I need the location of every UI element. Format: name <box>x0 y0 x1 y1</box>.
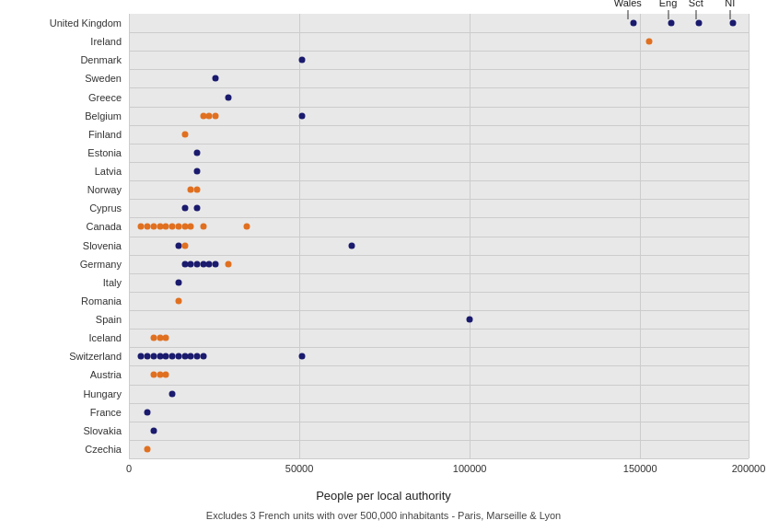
data-dot <box>181 242 188 249</box>
data-dot <box>169 390 176 397</box>
y-label-iceland: Iceland <box>89 332 122 343</box>
h-grid-line <box>129 217 749 218</box>
annotation-line <box>627 10 628 19</box>
h-grid-line <box>129 347 749 348</box>
data-dot <box>163 335 169 341</box>
y-label-belgium: Belgium <box>85 110 122 121</box>
x-label: 50000 <box>285 463 314 474</box>
data-dot <box>194 205 201 212</box>
h-grid-line <box>129 292 749 293</box>
annotation-label-ni: NI <box>725 0 735 8</box>
data-dot <box>299 57 306 64</box>
data-dot <box>150 427 157 434</box>
h-grid-line <box>129 422 749 422</box>
y-label-estonia: Estonia <box>87 147 122 158</box>
data-dot <box>213 260 219 267</box>
data-dot <box>145 409 151 415</box>
data-dot <box>243 224 250 230</box>
h-grid-line <box>129 255 749 256</box>
data-dot <box>225 260 231 267</box>
h-grid-line <box>129 162 749 163</box>
data-dot <box>163 372 169 378</box>
x-label: 200000 <box>732 463 766 474</box>
y-label-slovenia: Slovenia <box>83 240 122 251</box>
h-grid-line <box>129 458 749 459</box>
h-grid-line <box>129 125 749 126</box>
y-label-france: France <box>90 407 122 418</box>
y-label-romania: Romania <box>81 295 122 306</box>
chart-area <box>129 14 749 458</box>
data-dot <box>200 224 206 230</box>
y-label-latvia: Latvia <box>95 166 122 177</box>
h-grid-line <box>129 180 749 181</box>
y-label-germany: Germany <box>80 259 122 270</box>
data-dot <box>175 279 181 285</box>
data-dot <box>646 39 653 45</box>
data-dot <box>668 20 674 27</box>
h-grid-line <box>129 440 749 441</box>
h-grid-line <box>129 310 749 311</box>
y-label-denmark: Denmark <box>80 54 122 65</box>
data-dot <box>175 297 181 304</box>
x-label: 150000 <box>623 463 657 474</box>
h-grid-line <box>129 144 749 145</box>
y-label-cyprus: Cyprus <box>89 202 122 214</box>
annotation-line <box>695 10 696 19</box>
grid-line <box>749 14 750 458</box>
data-dot <box>730 20 737 27</box>
x-axis-labels: 050000100000150000200000 <box>129 463 749 481</box>
y-label-czechia: Czechia <box>85 444 122 455</box>
y-label-italy: Italy <box>103 277 122 288</box>
y-label-hungary: Hungary <box>83 388 122 399</box>
h-grid-line <box>129 87 749 88</box>
data-dot <box>194 187 201 193</box>
y-label-greece: Greece <box>88 92 122 103</box>
y-label-switzerland: Switzerland <box>69 351 122 362</box>
annotation-line <box>729 10 730 19</box>
h-grid-line <box>129 107 749 108</box>
y-axis-labels: United KingdomIrelandDenmarkSwedenGreece… <box>0 14 129 458</box>
annotation-label-sct: Sct <box>689 0 703 8</box>
data-dot <box>299 353 306 360</box>
y-label-united-kingdom: United Kingdom <box>50 17 122 29</box>
data-dot <box>181 131 188 137</box>
y-label-ireland: Ireland <box>90 36 122 47</box>
data-dot <box>188 224 194 230</box>
h-grid-line <box>129 273 749 274</box>
data-dot <box>299 112 306 119</box>
data-dot <box>181 205 188 212</box>
data-dot <box>631 20 637 27</box>
y-label-slovakia: Slovakia <box>83 425 122 436</box>
y-label-sweden: Sweden <box>85 73 122 84</box>
x-axis-subtitle: Excludes 3 French units with over 500,00… <box>0 510 767 521</box>
h-grid-line <box>129 32 749 33</box>
h-grid-line <box>129 51 749 52</box>
h-grid-line <box>129 237 749 237</box>
h-grid-line <box>129 69 749 70</box>
y-label-austria: Austria <box>90 369 122 380</box>
y-label-norway: Norway <box>87 184 122 195</box>
h-grid-line <box>129 329 749 330</box>
h-grid-line <box>129 403 749 404</box>
data-dot <box>696 20 703 27</box>
y-label-finland: Finland <box>88 129 122 140</box>
data-dot <box>213 112 219 119</box>
data-dot <box>194 168 201 175</box>
data-dot <box>145 445 151 452</box>
y-label-spain: Spain <box>96 314 122 325</box>
h-grid-line <box>129 199 749 200</box>
data-dot <box>213 75 219 82</box>
y-label-canada: Canada <box>86 221 122 232</box>
data-dot <box>200 353 206 360</box>
x-label: 0 <box>126 463 132 474</box>
chart-container: United KingdomIrelandDenmarkSwedenGreece… <box>0 0 767 532</box>
data-dot <box>349 242 355 249</box>
data-dot <box>467 317 473 323</box>
x-axis-title: People per local authority <box>0 489 767 503</box>
data-dot <box>194 149 201 156</box>
annotation-label-eng: Eng <box>659 0 678 8</box>
annotation-line <box>668 10 668 19</box>
h-grid-line <box>129 365 749 366</box>
data-dot <box>225 94 231 100</box>
x-label: 100000 <box>453 463 487 474</box>
